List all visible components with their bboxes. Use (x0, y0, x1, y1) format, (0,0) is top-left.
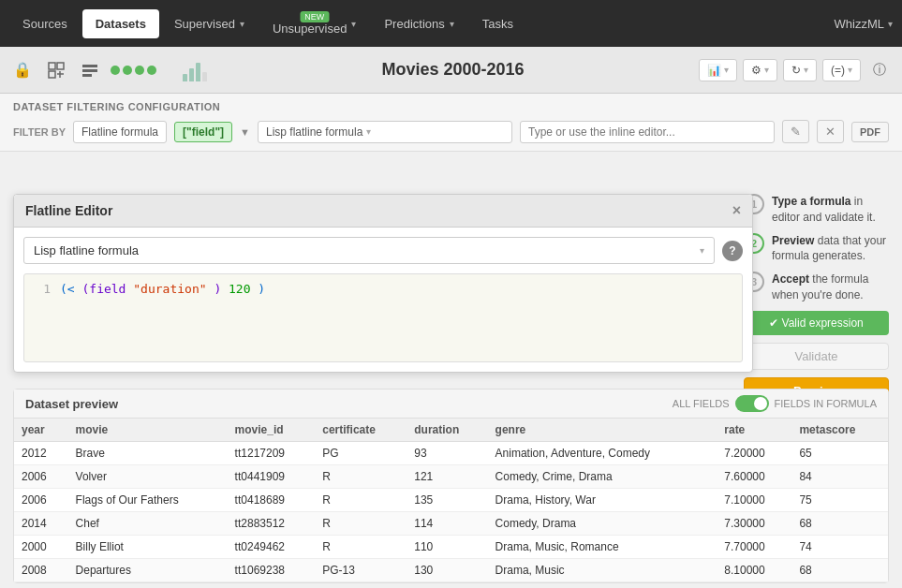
code-number: 120 (229, 282, 250, 296)
table-row: 2006Volvertt0441909R121Comedy, Crime, Dr… (14, 465, 888, 489)
nav-datasets[interactable]: Datasets (82, 9, 159, 38)
filter-row: FILTER BY Flatline formula ["field"] ▼ L… (13, 120, 889, 143)
table-cell: tt1217209 (228, 442, 316, 465)
table-cell: 84 (791, 465, 888, 489)
nav-whizzml-label: WhizzML (835, 17, 884, 31)
step-1-bold: Type a formula (772, 195, 850, 208)
nav-supervised[interactable]: Supervised ▾ (161, 9, 258, 38)
fields-in-formula-label: FIELDS IN FORMULA (775, 398, 877, 409)
step-1: 1 Type a formula in editor and validate … (744, 194, 889, 226)
table-cell: tt0441909 (228, 465, 316, 489)
toggle-knob (754, 397, 767, 410)
col-duration: duration (407, 419, 487, 442)
flatline-select-caret: ▾ (700, 245, 704, 256)
nav-sources[interactable]: Sources (9, 9, 81, 38)
step-1-text: Type a formula in editor and validate it… (772, 194, 889, 226)
flatline-select-label: Lisp flatline formula (34, 243, 139, 257)
pdf-btn[interactable]: PDF (851, 122, 889, 142)
table-cell: 7.10000 (717, 489, 791, 512)
table-cell: R (315, 536, 407, 559)
table-cell: 110 (407, 536, 487, 559)
status-dot-4 (147, 66, 156, 75)
equals-btn[interactable]: (=) ▾ (822, 59, 861, 81)
status-dot-2 (123, 66, 132, 75)
lisp-formula-select[interactable]: Lisp flatline formula ▾ (258, 121, 512, 143)
validate-btn[interactable]: Validate (744, 343, 889, 370)
code-op: < (67, 282, 75, 296)
settings-caret: ▾ (764, 65, 769, 75)
table-cell: Drama, Music (488, 559, 717, 582)
flatline-editor-body: Lisp flatline formula ▾ ? 1 (< (field "d… (14, 228, 752, 372)
clear-filter-btn[interactable]: ✕ (817, 120, 844, 143)
refresh-icon: ↻ (791, 64, 801, 77)
data-table: year movie movie_id certificate duration… (14, 419, 888, 582)
all-fields-label: ALL FIELDS (673, 398, 730, 409)
lock-icon[interactable]: 🔒 (9, 57, 36, 83)
settings-btn[interactable]: ⚙ ▾ (743, 59, 777, 81)
table-cell: 2014 (14, 512, 68, 536)
table-cell: 7.60000 (717, 465, 791, 489)
nav-predictions-label: Predictions (384, 17, 444, 31)
table-cell: Chef (68, 512, 228, 536)
table-body: 2012Bravett1217209PG93Animation, Adventu… (14, 442, 888, 582)
fields-icon[interactable] (77, 57, 103, 83)
help-icon[interactable]: ⓘ (866, 57, 893, 83)
code-content: (< (field "duration" ) 120 ) (60, 282, 265, 354)
col-movie: movie (68, 419, 228, 442)
table-cell: 121 (407, 465, 487, 489)
filter-by-label: FILTER BY (13, 126, 66, 138)
code-editor[interactable]: 1 (< (field "duration" ) 120 ) (23, 273, 743, 362)
flatline-editor-header: Flatline Editor × (14, 195, 752, 228)
flatline-help-btn[interactable]: ? (722, 241, 743, 261)
chart-btn[interactable]: 📊 ▾ (699, 59, 737, 81)
lisp-formula-label: Lisp flatline formula (266, 125, 362, 139)
nav-unsupervised-label: Unsupervised (273, 22, 347, 36)
svg-rect-7 (82, 74, 92, 77)
formula-type-label: Flatline formula (81, 125, 158, 139)
flatline-close-btn[interactable]: × (732, 202, 741, 219)
header-row: year movie movie_id certificate duration… (14, 419, 888, 442)
table-cell: R (315, 489, 407, 512)
pdf-label: PDF (860, 126, 880, 138)
flatline-editor-title: Flatline Editor (25, 203, 112, 218)
lisp-select-caret: ▾ (366, 126, 371, 137)
inline-editor-input[interactable] (520, 121, 775, 143)
table-row: 2000Billy Elliottt0249462R110Drama, Musi… (14, 536, 888, 559)
table-cell: PG (315, 442, 407, 465)
nav-unsupervised[interactable]: NEW Unsupervised ▾ (259, 5, 370, 43)
table-cell: 2006 (14, 465, 68, 489)
chart-icon (183, 59, 207, 81)
nav-whizzml[interactable]: WhizzML ▾ (835, 17, 893, 31)
table-cell: Drama, Music, Romance (488, 536, 717, 559)
flatline-editor: Flatline Editor × Lisp flatline formula … (13, 194, 753, 373)
step-2-bold: Preview (772, 234, 814, 247)
fields-toggle[interactable] (735, 395, 769, 412)
nav-predictions[interactable]: Predictions ▾ (371, 9, 466, 38)
flatline-formula-select[interactable]: Lisp flatline formula ▾ (23, 237, 715, 264)
table-cell: 68 (791, 559, 888, 582)
nav-tasks[interactable]: Tasks (469, 9, 526, 38)
chart-btn-icon: 📊 (707, 64, 721, 77)
valid-expression-badge: ✔ Valid expression (744, 311, 889, 335)
refresh-caret: ▾ (804, 65, 808, 75)
svg-rect-5 (82, 65, 97, 67)
table-cell: R (315, 465, 407, 489)
field-chip[interactable]: ["field"] (174, 122, 232, 142)
table-cell: R (315, 512, 407, 536)
table-cell: 2006 (14, 489, 68, 512)
transform-icon[interactable] (43, 57, 69, 83)
code-string-duration: "duration" (133, 282, 206, 296)
edit-filter-btn[interactable]: ✎ (782, 120, 809, 143)
table-cell: Comedy, Drama (488, 512, 717, 536)
table-cell: 93 (407, 442, 487, 465)
table-cell: Brave (68, 442, 228, 465)
formula-type-select[interactable]: Flatline formula (73, 121, 167, 143)
table-cell: 68 (791, 512, 888, 536)
table-row: 2006Flags of Our Fatherstt0418689R135Dra… (14, 489, 888, 512)
table-cell: 74 (791, 536, 888, 559)
table-cell: 65 (791, 442, 888, 465)
refresh-btn[interactable]: ↻ ▾ (783, 59, 817, 81)
table-cell: 114 (407, 512, 487, 536)
status-dots (111, 66, 156, 75)
table-cell: 7.70000 (717, 536, 791, 559)
